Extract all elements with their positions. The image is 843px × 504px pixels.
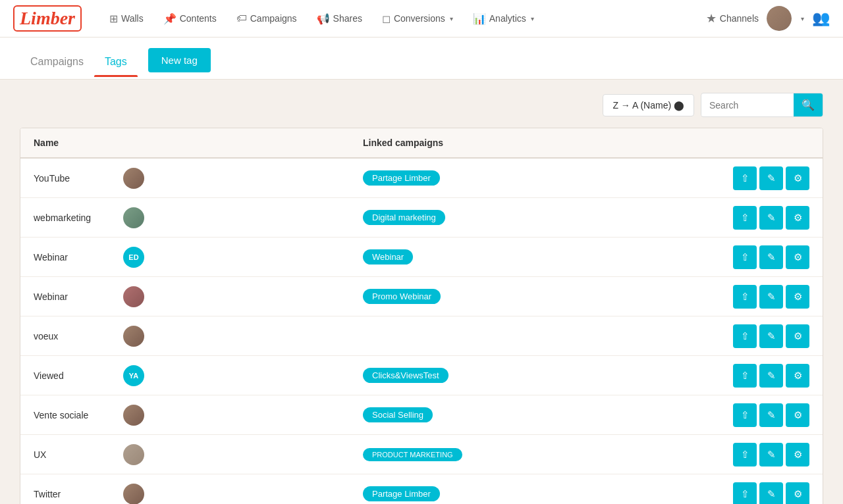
- edit-button[interactable]: ✎: [759, 324, 783, 348]
- edit-button[interactable]: ✎: [759, 364, 783, 388]
- settings-button[interactable]: ⚙: [786, 166, 809, 190]
- search-button[interactable]: 🔍: [794, 93, 823, 116]
- share-button[interactable]: ⇧: [733, 206, 757, 230]
- sub-header: Campaigns Tags New tag: [0, 38, 843, 80]
- nav-conversions[interactable]: ◻ Conversions ▾: [374, 9, 461, 29]
- table-row: Vente sociale Social Selling ⇧ ✎ ⚙: [20, 395, 823, 435]
- campaigns-icon: 🏷: [236, 13, 247, 24]
- share-button[interactable]: ⇧: [733, 443, 757, 466]
- tabs-row: Campaigns Tags New tag: [20, 48, 823, 79]
- sort-select[interactable]: Z → A (Name) ⬤: [603, 94, 694, 116]
- share-button[interactable]: ⇧: [733, 364, 757, 388]
- settings-button[interactable]: ⚙: [786, 403, 809, 427]
- avatar: [123, 207, 144, 228]
- user-chevron[interactable]: ▾: [801, 15, 804, 22]
- nav-analytics[interactable]: 📊 Analytics ▾: [465, 9, 542, 29]
- logo[interactable]: Limber: [13, 5, 82, 32]
- new-tag-button[interactable]: New tag: [148, 48, 211, 72]
- search-input[interactable]: [701, 95, 794, 116]
- nav-walls-label: Walls: [121, 13, 144, 24]
- share-button[interactable]: ⇧: [733, 324, 757, 348]
- edit-button[interactable]: ✎: [759, 403, 783, 427]
- main-content: Z → A (Name) ⬤ 🔍 Name Linked campaigns Y…: [0, 80, 843, 504]
- nav-walls[interactable]: ⊞ Walls: [101, 9, 151, 29]
- avatar: [123, 444, 144, 465]
- nav-contents-label: Contents: [180, 13, 217, 24]
- row-name-cell: Twitter: [34, 484, 363, 505]
- avatar: [123, 168, 144, 189]
- row-actions-cell: ⇧ ✎ ⚙: [691, 166, 809, 190]
- channels-label: Channels: [720, 13, 759, 24]
- campaign-badge: Social Selling: [363, 407, 433, 422]
- tag-name-label: webmarketing: [34, 213, 113, 223]
- nav-campaigns-label: Campaigns: [250, 13, 297, 24]
- share-button[interactable]: ⇧: [733, 403, 757, 427]
- share-button[interactable]: ⇧: [733, 166, 757, 190]
- row-name-cell: Viewed YA: [34, 365, 363, 386]
- row-campaigns-cell: Partage Limber: [363, 170, 691, 186]
- row-actions-cell: ⇧ ✎ ⚙: [691, 364, 809, 388]
- campaign-badge: Digital marketing: [363, 210, 445, 225]
- share-button[interactable]: ⇧: [733, 285, 757, 309]
- avatar: [123, 326, 144, 347]
- walls-icon: ⊞: [109, 13, 118, 25]
- analytics-icon: 📊: [473, 13, 486, 25]
- tag-name-label: Twitter: [34, 489, 113, 499]
- tab-tags[interactable]: Tags: [94, 51, 138, 77]
- table-row: Webinar Promo Webinar ⇧ ✎ ⚙: [20, 277, 823, 316]
- col-name-header: Name: [34, 138, 363, 148]
- star-icon: ★: [706, 11, 717, 26]
- shares-icon: 📢: [317, 13, 330, 25]
- nav-right: ★ Channels ▾ 👥: [706, 6, 830, 31]
- nav-campaigns[interactable]: 🏷 Campaigns: [229, 9, 305, 28]
- search-box: 🔍: [701, 93, 823, 117]
- table-row: Webinar ED Webinar ⇧ ✎ ⚙: [20, 238, 823, 277]
- row-actions-cell: ⇧ ✎ ⚙: [691, 403, 809, 427]
- settings-button[interactable]: ⚙: [786, 443, 809, 466]
- user-avatar-img: [767, 6, 792, 31]
- table-row: YouTube Partage Limber ⇧ ✎ ⚙: [20, 159, 823, 198]
- nav-shares[interactable]: 📢 Shares: [309, 9, 370, 29]
- nav-conversions-label: Conversions: [394, 13, 445, 24]
- campaign-badge: PRODUCT MARKETING: [363, 448, 462, 461]
- user-avatar[interactable]: [767, 6, 792, 31]
- edit-button[interactable]: ✎: [759, 206, 783, 230]
- tag-name-label: UX: [34, 449, 113, 460]
- campaign-badge: Promo Webinar: [363, 289, 441, 304]
- settings-button[interactable]: ⚙: [786, 324, 809, 348]
- nav-contents[interactable]: 📌 Contents: [155, 9, 225, 29]
- row-actions-cell: ⇧ ✎ ⚙: [691, 245, 809, 269]
- row-name-cell: voeux: [34, 326, 363, 347]
- analytics-chevron: ▾: [531, 15, 534, 22]
- settings-button[interactable]: ⚙: [786, 364, 809, 388]
- edit-button[interactable]: ✎: [759, 245, 783, 269]
- avatar: ED: [123, 247, 144, 268]
- settings-button[interactable]: ⚙: [786, 245, 809, 269]
- edit-button[interactable]: ✎: [759, 166, 783, 190]
- tag-name-label: Webinar: [34, 291, 113, 302]
- share-button[interactable]: ⇧: [733, 245, 757, 269]
- table-row: Twitter Partage Limber ⇧ ✎ ⚙: [20, 474, 823, 504]
- settings-button[interactable]: ⚙: [786, 206, 809, 230]
- row-campaigns-cell: Clicks&ViewsTest: [363, 368, 691, 383]
- tab-campaigns[interactable]: Campaigns: [20, 51, 94, 77]
- table-row: voeux ⇧ ✎ ⚙: [20, 316, 823, 356]
- row-campaigns-cell: PRODUCT MARKETING: [363, 448, 691, 461]
- settings-button[interactable]: ⚙: [786, 285, 809, 309]
- tags-table: Name Linked campaigns YouTube Partage Li…: [20, 128, 823, 504]
- users-icon[interactable]: 👥: [812, 10, 830, 27]
- edit-button[interactable]: ✎: [759, 285, 783, 309]
- row-campaigns-cell: Social Selling: [363, 407, 691, 422]
- channels-link[interactable]: ★ Channels: [706, 11, 759, 26]
- col-actions-header: [691, 138, 809, 148]
- campaign-badge: Partage Limber: [363, 486, 440, 501]
- table-row: webmarketing Digital marketing ⇧ ✎ ⚙: [20, 198, 823, 238]
- row-campaigns-cell: Digital marketing: [363, 210, 691, 225]
- edit-button[interactable]: ✎: [759, 482, 783, 505]
- row-actions-cell: ⇧ ✎ ⚙: [691, 285, 809, 309]
- tag-name-label: Webinar: [34, 252, 113, 263]
- share-button[interactable]: ⇧: [733, 482, 757, 505]
- settings-button[interactable]: ⚙: [786, 482, 809, 505]
- tag-name-label: voeux: [34, 331, 113, 341]
- edit-button[interactable]: ✎: [759, 443, 783, 466]
